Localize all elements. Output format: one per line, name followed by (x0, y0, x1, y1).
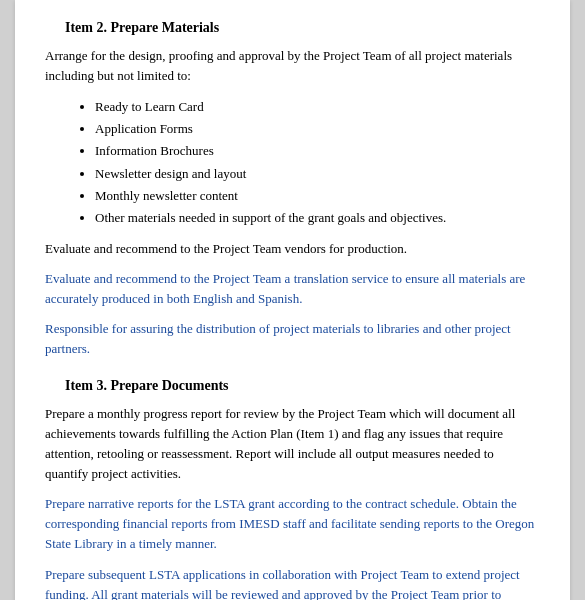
item2-para1: Evaluate and recommend to the Project Te… (45, 239, 540, 259)
list-item: Other materials needed in support of the… (95, 207, 540, 229)
item3-para3: Prepare subsequent LSTA applications in … (45, 565, 540, 600)
item2-bullet-list: Ready to Learn Card Application Forms In… (95, 96, 540, 229)
list-item: Monthly newsletter content (95, 185, 540, 207)
document-page: Item 2. Prepare Materials Arrange for th… (15, 0, 570, 600)
item3-para2: Prepare narrative reports for the LSTA g… (45, 494, 540, 554)
item3-title: Item 3. Prepare Documents (45, 378, 540, 394)
list-item: Newsletter design and layout (95, 163, 540, 185)
item2-para2: Evaluate and recommend to the Project Te… (45, 269, 540, 309)
list-item: Application Forms (95, 118, 540, 140)
list-item: Ready to Learn Card (95, 96, 540, 118)
item3-para1: Prepare a monthly progress report for re… (45, 404, 540, 485)
list-item: Information Brochures (95, 140, 540, 162)
item2-para3: Responsible for assuring the distributio… (45, 319, 540, 359)
item2-intro: Arrange for the design, proofing and app… (45, 46, 540, 86)
item2-title: Item 2. Prepare Materials (45, 20, 540, 36)
